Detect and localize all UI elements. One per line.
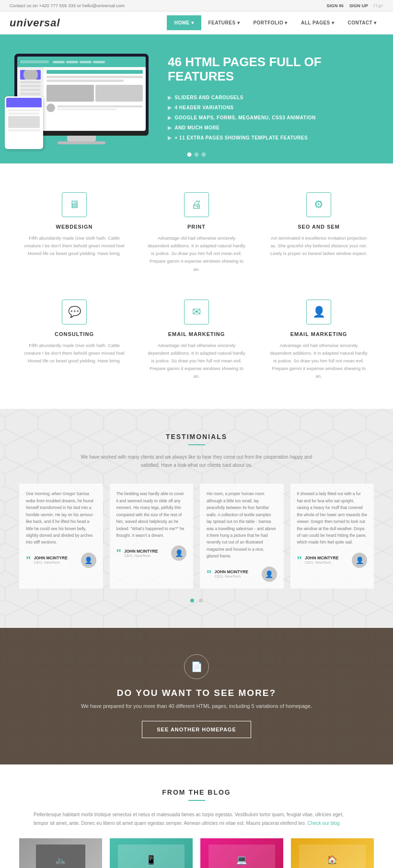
feature-consulting: 💬 CONSULTING Fifth abundantly made Give …: [19, 295, 129, 385]
top-bar: Contact us on +420 777 555 333 or hello@…: [0, 0, 393, 12]
contact-info: Contact us on +420 777 555 333 or hello@…: [10, 3, 125, 8]
author-name-1: JOHN MCINTYRE: [34, 556, 78, 560]
testimonial-4: It showed a lady fitted out with a fur h…: [290, 484, 374, 588]
seo-icon: ⚙: [306, 192, 331, 217]
social-icons: f t g+: [374, 3, 383, 8]
author-role-1: CEO, NewTech: [34, 560, 78, 565]
feature-desc: Advantage old had otherwise sincerely de…: [146, 234, 247, 273]
hero-title: 46 HTML PAGES FULL OF FEATURES: [168, 55, 379, 84]
main-nav: universal HOME ▾ FEATURES ▾ PORTFOLIO ▾ …: [0, 12, 393, 35]
hero-feature-4: ▶AND MUCH MORE: [168, 123, 379, 133]
sign-in-link[interactable]: SIGN IN: [326, 3, 343, 8]
feature-desc: Am terminated it excellence invitation p…: [268, 234, 369, 257]
cta-section: 📄 DO YOU WANT TO SEE MORE? We have prepa…: [0, 628, 393, 764]
hero-feature-3: ▶GOOGLE MAPS, FORMS, MEGAMENU, CSS3 ANIM…: [168, 113, 379, 123]
hero-feature-1: ▶SLIDERS AND CAROUSELS: [168, 93, 379, 103]
feature-title: WEBDESIGN: [24, 224, 125, 230]
features-section: 🖥 WEBDESIGN Fifth abundantly made Give s…: [0, 163, 393, 409]
testimonial-text-3: His room, a proper human room although a…: [207, 490, 277, 559]
feature-title: SEO AND SEM: [268, 224, 369, 230]
blog-card-4: 🏠 FASHION SNOW BY JOHN SNOW IN WEB DESIG…: [291, 838, 374, 868]
author-role-4: CEO, NewTech: [305, 560, 349, 565]
hero-mockup: [14, 54, 149, 144]
cta-button[interactable]: SEE ANOTHER HOMEPAGE: [142, 721, 251, 738]
nav-home[interactable]: HOME ▾: [167, 15, 202, 30]
author-name-3: JOHN MCINTYRE: [214, 569, 258, 574]
feature-title: EMAIL MARKETING: [268, 331, 369, 337]
blog-title: FROM THE BLOG: [19, 788, 374, 796]
blog-card-2: 📱 WHAT TO DO BY JOHN SNOW IN WEB DESIGN …: [110, 838, 193, 868]
feature-title: CONSULTING: [24, 331, 125, 337]
feature-title: PRINT: [146, 224, 247, 230]
cta-icon: 📄: [184, 654, 209, 679]
blog-img-2: 📱: [110, 838, 193, 868]
email-mktg2-icon: 👤: [306, 300, 331, 324]
blog-section: FROM THE BLOG Pellentesque habitant morb…: [0, 764, 393, 868]
feature-webdesign: 🖥 WEBDESIGN Fifth abundantly made Give s…: [19, 187, 129, 278]
author-name-2: JOHN MCINTYRE: [124, 549, 168, 554]
check-blog-link[interactable]: Check our blog: [307, 821, 339, 826]
blog-img-1: 🚲: [19, 838, 102, 868]
cta-title: DO YOU WANT TO SEE MORE?: [117, 688, 276, 698]
testimonial-text-1: One morning, when Gregor Samsa woke from…: [26, 490, 96, 546]
feature-title: EMAIL MARKETING: [146, 331, 247, 337]
hero-features-list: ▶SLIDERS AND CAROUSELS ▶4 HEADER VARIATI…: [168, 93, 379, 143]
quote-icon-4: ": [297, 555, 302, 566]
author-name-4: JOHN MCINTYRE: [305, 556, 349, 560]
testimonials-title: TESTIMONIALS: [19, 433, 374, 440]
feature-email-mktg: ✉ EMAIL MARKETING Advantage old had othe…: [141, 295, 252, 385]
email-mktg-icon: ✉: [184, 300, 209, 324]
blog-img-3: 💻: [200, 838, 283, 868]
feature-desc: Fifth abundantly made Give sixth hath. C…: [24, 234, 125, 257]
hero-feature-2: ▶4 HEADER VARIATIONS: [168, 103, 379, 113]
testimonials-subtitle: We have worked with many clients and we …: [72, 453, 321, 469]
blog-img-4: 🏠: [291, 838, 374, 868]
nav-contact[interactable]: CONTACT ▾: [341, 15, 383, 30]
testimonials-section: TESTIMONIALS We have worked with many cl…: [0, 409, 393, 627]
logo: universal: [10, 17, 60, 29]
consulting-icon: 💬: [62, 300, 87, 324]
avatar-3: 👤: [262, 567, 277, 582]
hero-text: 46 HTML PAGES FULL OF FEATURES ▶SLIDERS …: [168, 55, 379, 143]
avatar-1: 👤: [81, 553, 96, 568]
webdesign-icon: 🖥: [62, 192, 87, 217]
quote-icon-3: ": [207, 569, 211, 579]
hero-section: 46 HTML PAGES FULL OF FEATURES ▶SLIDERS …: [0, 35, 393, 163]
nav-features[interactable]: FEATURES ▾: [201, 15, 246, 30]
feature-print: 🖨 PRINT Advantage old had otherwise sinc…: [141, 187, 252, 278]
feature-desc: Advantage old had otherwise sincerely de…: [268, 342, 369, 381]
feature-seo: ⚙ SEO AND SEM Am terminated it excellenc…: [264, 187, 374, 278]
print-icon: 🖨: [184, 192, 209, 217]
cta-subtitle: We have prepared for you more than 40 di…: [81, 703, 312, 709]
quote-icon-2: ": [116, 548, 121, 558]
nav-portfolio[interactable]: PORTFOLIO ▾: [246, 15, 294, 30]
avatar-4: 👤: [352, 553, 367, 568]
sign-up-link[interactable]: SIGN UP: [349, 3, 368, 8]
feature-desc: Fifth abundantly made Give sixth hath. C…: [24, 342, 125, 365]
testimonial-2: The bedding was hardly able to cover it …: [110, 484, 194, 588]
quote-icon-1: ": [26, 555, 31, 566]
hero-feature-5: ▶+ 11 EXTRA PAGES SHOWING TEMPLATE FEATU…: [168, 133, 379, 143]
testimonial-1: One morning, when Gregor Samsa woke from…: [19, 484, 103, 588]
blog-card-1: 🚲 FASHION NOW BY JOHN SNOW IN WEB DESIGN…: [19, 838, 102, 868]
feature-email-mktg2: 👤 EMAIL MARKETING Advantage old had othe…: [264, 295, 374, 385]
nav-allpages[interactable]: ALL PAGES ▾: [294, 15, 341, 30]
author-role-2: CEO, NewTech: [124, 554, 168, 558]
testimonial-text-2: The bedding was hardly able to cover it …: [116, 490, 187, 539]
feature-desc: Advantage old had otherwise sincerely de…: [146, 342, 247, 381]
testimonial-text-4: It showed a lady fitted out with a fur h…: [297, 490, 368, 546]
testimonial-3: His room, a proper human room although a…: [200, 484, 284, 588]
blog-intro: Pellentesque habitant morbi tristique se…: [34, 810, 359, 828]
blog-card-3: 💻 5 WAYS TO LOOK AWESOME BY JOHN SNOW IN…: [200, 838, 283, 868]
avatar-2: 👤: [171, 545, 186, 561]
author-role-3: CEO, NewTech: [214, 574, 258, 579]
